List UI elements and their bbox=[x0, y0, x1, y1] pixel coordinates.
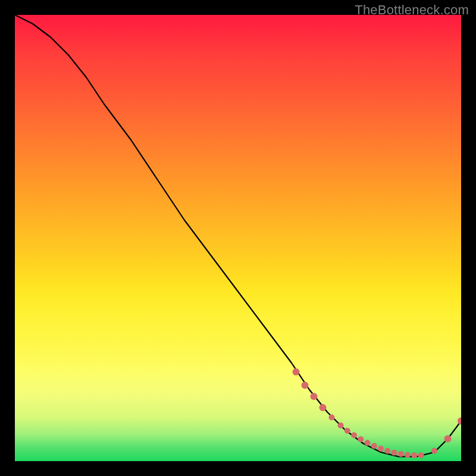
highlight-point bbox=[392, 450, 397, 456]
watermark-text: TheBottleneck.com bbox=[355, 2, 469, 18]
highlight-points bbox=[293, 368, 462, 458]
highlight-point bbox=[365, 440, 371, 446]
highlight-point bbox=[378, 446, 384, 452]
highlight-point bbox=[444, 436, 452, 443]
highlight-point bbox=[320, 404, 327, 411]
highlight-point bbox=[311, 393, 318, 400]
highlight-point bbox=[351, 433, 357, 439]
highlight-point bbox=[411, 452, 417, 458]
bottleneck-curve bbox=[15, 15, 461, 457]
highlight-point bbox=[293, 368, 300, 375]
highlight-point bbox=[358, 436, 364, 442]
highlight-point bbox=[405, 452, 411, 458]
highlight-point bbox=[431, 448, 437, 454]
highlight-point bbox=[418, 452, 424, 458]
highlight-point bbox=[302, 382, 309, 389]
highlight-point bbox=[371, 443, 377, 449]
highlight-point bbox=[458, 418, 461, 425]
plot-area bbox=[15, 15, 461, 461]
highlight-point bbox=[338, 422, 344, 428]
highlight-point bbox=[329, 415, 335, 421]
chart-frame: TheBottleneck.com bbox=[0, 0, 476, 476]
highlight-point bbox=[345, 428, 350, 434]
highlight-point bbox=[398, 451, 404, 457]
highlight-point bbox=[384, 448, 390, 454]
curve-layer bbox=[15, 15, 461, 461]
